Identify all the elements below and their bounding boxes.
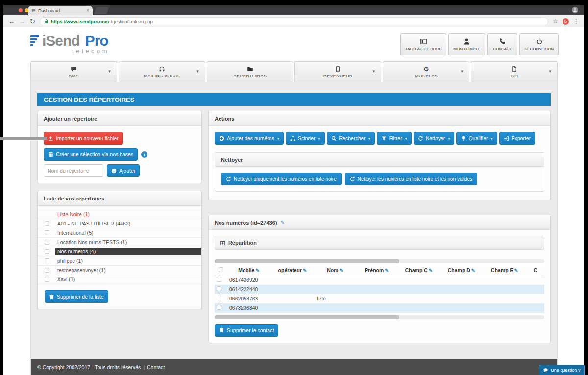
numbers-panel-title: Nos numéros (id=27436) [215,220,277,225]
export-icon [504,136,509,141]
caret-down-icon: ▾ [491,136,493,141]
create-selection-button[interactable]: Créer une sélection via nos bases [44,148,138,161]
edit-pencil-icon[interactable]: ✎ [255,268,259,273]
add-numbers-button[interactable]: Ajouter des numéros ▾ [215,132,284,145]
nav-tab-modeles[interactable]: ⚙ MODÈLES ▾ [383,61,469,82]
repartition-toggle[interactable]: ⊞ Répartition [215,236,544,250]
column-header-partial[interactable]: C [526,265,544,275]
my-account-button[interactable]: MON COMPTE [448,33,485,55]
edit-pencil-icon[interactable]: ✎ [303,268,307,273]
info-icon[interactable]: i [141,151,147,158]
isendpro-logo: iSend Pro telecom [30,32,110,55]
table-scrollbar-top[interactable] [215,259,544,263]
tab-title: Dashboard [38,8,84,13]
import-file-button[interactable]: Importer un nouveau fichier [44,132,123,145]
new-tab-button[interactable] [94,7,109,14]
logo-text-telecom: telecom [72,48,110,55]
contact-button[interactable]: CONTACT [487,33,517,55]
back-icon[interactable]: ← [8,18,15,25]
edit-pencil-icon[interactable]: ✎ [471,268,475,273]
list-item[interactable]: Xavi (1) [38,275,201,284]
forward-icon[interactable]: → [19,18,25,25]
logo-bars-icon [30,35,39,46]
qualify-button[interactable]: Qualifier ▾ [456,132,497,145]
delete-contact-button[interactable]: Supprimer le contact [215,324,278,337]
page-content: iSend Pro telecom TABLEAU DE BORD MON CO… [3,27,584,375]
column-header[interactable]: Champ C✎ [398,265,440,275]
logout-button[interactable]: DÉCONNEXION [519,33,559,55]
list-item[interactable]: Liste Noire (1) [38,210,201,219]
dashboard-button[interactable]: TABLEAU DE BORD [400,33,447,55]
column-header[interactable]: Mobile✎ [227,265,270,275]
nav-tab-api[interactable]: API ▾ [471,61,558,82]
list-item-checkbox[interactable] [45,268,49,273]
column-header[interactable]: Prénom✎ [356,265,398,275]
nav-tab-revendeur[interactable]: REVENDEUR ▾ [294,61,381,82]
folder-icon [247,66,253,72]
edit-pencil-icon[interactable]: ✎ [339,268,343,273]
list-item[interactable]: International (5) [38,228,201,238]
bookmark-star-icon[interactable]: ☆ [553,18,558,24]
edit-pencil-icon[interactable]: ✎ [385,268,389,273]
list-item[interactable]: philippe (1) [38,256,201,266]
column-header[interactable]: opérateur✎ [270,265,315,275]
row-checkbox[interactable] [217,296,221,300]
nav-tab-sms[interactable]: SMS ▾ [30,61,117,82]
edit-pencil-icon[interactable]: ✎ [429,268,433,273]
caret-down-icon: ▾ [405,136,407,141]
list-item-checkbox[interactable] [45,249,49,254]
scrollbar-thumb[interactable] [215,315,399,319]
row-checkbox[interactable] [217,286,221,291]
table-row[interactable]: 0614222448 [215,285,544,294]
browser-extension-icon[interactable]: b [563,18,569,25]
list-item-checkbox[interactable] [45,258,49,263]
filter-button[interactable]: Filtrer ▾ [377,132,412,145]
table-row[interactable]: 0662053763 l'été [215,294,544,303]
copyright-text: © Copyright 2002/2017 - Tous droits rése… [37,364,141,370]
table-scrollbar-bottom[interactable] [215,315,544,319]
nav-tab-repertoires[interactable]: RÉPERTOIRES [207,61,294,82]
reload-icon[interactable]: ↻ [30,18,35,25]
browser-profile-icon[interactable] [572,7,578,13]
column-header[interactable]: Champ D✎ [440,265,483,275]
row-checkbox[interactable] [217,305,221,310]
delete-from-list-button[interactable]: Supprimer de la liste [45,290,108,303]
column-header[interactable]: Nom✎ [315,265,356,275]
list-item[interactable]: testnepasenvoyer (1) [38,266,201,275]
export-button[interactable]: Exporter [499,132,536,145]
split-button[interactable]: Scinder ▾ [286,132,325,145]
nav-tab-mailing-vocal[interactable]: MAILING VOCAL ▾ [119,61,205,82]
list-item-checkbox[interactable] [45,230,49,235]
list-item-checkbox[interactable] [45,221,49,226]
list-item[interactable]: A01 - NE PAS UTILISER (4462) [38,219,201,228]
browser-menu-icon[interactable]: ⋮ [573,18,579,24]
table-row[interactable]: 0617436920 [215,275,544,285]
column-header[interactable]: Champ E✎ [483,265,526,275]
add-repertoire-button[interactable]: Ajouter [107,164,140,177]
row-checkbox[interactable] [217,277,221,282]
footer-separator: | [143,364,145,370]
close-window-button[interactable] [19,8,23,12]
search-button[interactable]: Rechercher ▾ [327,132,375,145]
trash-icon [219,327,224,333]
address-bar[interactable]: https://www.isendpro.com/gestion/tableau… [40,17,548,25]
chat-widget-button[interactable]: Une question ? [539,365,585,375]
clean-button[interactable]: Nettoyer ▾ [414,132,455,145]
logo-text-pro: Pro [85,32,108,49]
tab-close-icon[interactable]: × [86,8,89,13]
repertoire-name-input[interactable] [44,164,103,177]
select-all-checkbox[interactable] [219,267,223,272]
list-item[interactable]: Location Nos nums TESTS (1) [38,238,201,247]
clean-blacklist-only-button[interactable]: Nettoyer uniquement les numéros en liste… [221,173,342,185]
list-item-checkbox[interactable] [45,240,49,245]
browser-tab[interactable]: Dashboard × [28,6,93,15]
edit-pencil-icon[interactable]: ✎ [514,268,518,273]
footer-contact-link[interactable]: Contact [147,364,165,370]
clean-blacklist-and-invalid-button[interactable]: Nettoyer les numéros en liste noire et l… [345,173,478,185]
actions-panel-title: Actions [215,116,234,122]
edit-pencil-icon[interactable]: ✎ [280,220,284,225]
list-item-checkbox[interactable] [45,277,49,282]
table-row[interactable]: 0673236840 [215,303,544,313]
list-item-selected[interactable]: Nos numéros (4) [38,247,201,256]
scrollbar-thumb[interactable] [215,259,399,263]
